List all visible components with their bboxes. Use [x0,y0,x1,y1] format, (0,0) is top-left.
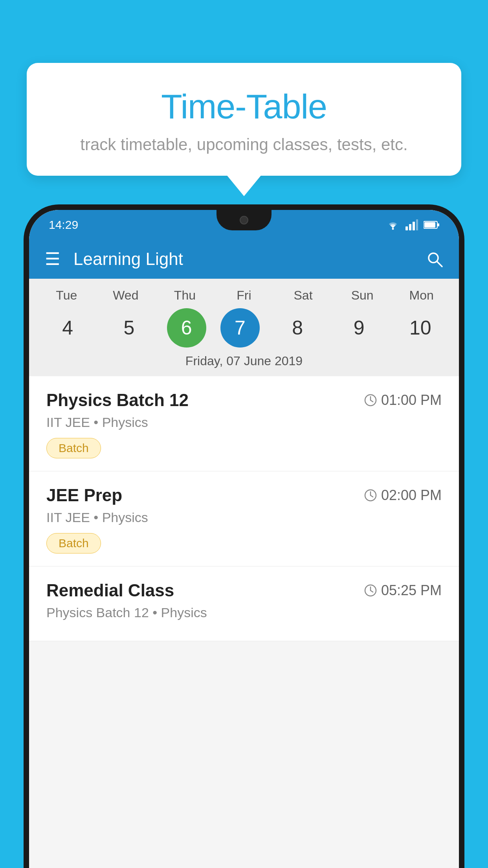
hamburger-icon[interactable]: ☰ [45,250,60,268]
batch-tag-2: Batch [46,533,101,554]
tooltip-title: Time-Table [58,86,430,127]
svg-line-9 [437,261,442,267]
selected-date-label: Friday, 07 June 2019 [29,348,459,376]
svg-rect-3 [413,222,415,230]
day-8[interactable]: 8 [274,308,321,348]
svg-line-12 [371,400,373,402]
camera-dot [240,216,248,224]
schedule-time-text-1: 01:00 PM [381,392,442,408]
signal-icon [405,219,418,230]
schedule-title-3: Remedial Class [46,581,174,600]
day-numbers: 4 5 6 7 8 9 10 [29,308,459,348]
wifi-icon [386,219,400,230]
battery-icon [424,221,439,229]
day-header-tue: Tue [43,288,90,303]
schedule-meta-1: IIT JEE • Physics [46,415,442,430]
day-header-mon: Mon [398,288,445,303]
status-bar: 14:29 [29,210,459,239]
search-icon[interactable] [426,250,443,268]
notch [216,210,272,230]
app-title: Learning Light [73,249,426,269]
schedule-time-3: 05:25 PM [364,582,442,599]
day-6-today[interactable]: 6 [167,308,206,348]
schedule-item-header-2: JEE Prep 02:00 PM [46,485,442,505]
schedule-time-2: 02:00 PM [364,487,442,504]
svg-point-0 [392,228,394,230]
phone-inner: 14:29 [29,210,459,868]
schedule-item-1[interactable]: Physics Batch 12 01:00 PM IIT JEE • Phys… [29,376,459,471]
day-10[interactable]: 10 [397,308,444,348]
schedule-list: Physics Batch 12 01:00 PM IIT JEE • Phys… [29,376,459,641]
schedule-item-2[interactable]: JEE Prep 02:00 PM IIT JEE • Physics Batc… [29,471,459,566]
day-4[interactable]: 4 [44,308,91,348]
day-header-sun: Sun [339,288,386,303]
svg-line-18 [371,590,373,592]
svg-line-15 [371,495,373,497]
schedule-item-header-1: Physics Batch 12 01:00 PM [46,390,442,410]
day-headers: Tue Wed Thu Fri Sat Sun Mon [29,288,459,303]
schedule-title-1: Physics Batch 12 [46,390,189,410]
day-header-wed: Wed [102,288,149,303]
day-5[interactable]: 5 [105,308,152,348]
schedule-item-3[interactable]: Remedial Class 05:25 PM Physics Batch 12… [29,566,459,641]
day-header-sat: Sat [280,288,327,303]
day-header-fri: Fri [220,288,268,303]
phone-frame: 14:29 [24,204,464,868]
clock-icon-3 [364,584,377,597]
app-bar: ☰ Learning Light [29,239,459,279]
schedule-meta-2: IIT JEE • Physics [46,510,442,525]
svg-rect-1 [405,226,408,230]
status-time: 14:29 [49,218,78,232]
day-9[interactable]: 9 [336,308,383,348]
svg-rect-7 [438,223,439,226]
schedule-time-text-3: 05:25 PM [381,582,442,599]
schedule-title-2: JEE Prep [46,485,122,505]
batch-tag-1: Batch [46,438,101,458]
clock-icon-2 [364,489,377,502]
day-7-selected[interactable]: 7 [220,308,260,348]
schedule-item-header-3: Remedial Class 05:25 PM [46,581,442,600]
svg-rect-2 [409,224,411,230]
schedule-meta-3: Physics Batch 12 • Physics [46,605,442,620]
calendar-strip: Tue Wed Thu Fri Sat Sun Mon 4 5 6 7 8 9 … [29,279,459,376]
day-header-thu: Thu [161,288,208,303]
svg-rect-4 [416,219,418,230]
status-icons [386,219,439,230]
svg-rect-6 [424,222,435,228]
clock-icon-1 [364,394,377,407]
schedule-time-1: 01:00 PM [364,392,442,408]
schedule-time-text-2: 02:00 PM [381,487,442,504]
tooltip-subtitle: track timetable, upcoming classes, tests… [58,135,430,154]
tooltip-card: Time-Table track timetable, upcoming cla… [27,63,461,176]
